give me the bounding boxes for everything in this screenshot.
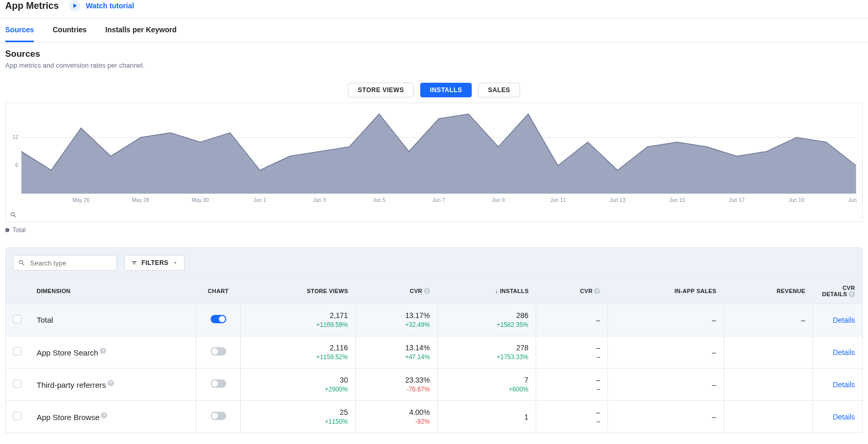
cvr2-cell: ––: [536, 369, 608, 401]
svg-text:Jun 17: Jun 17: [729, 197, 745, 203]
cvr2-cell: –: [536, 304, 608, 336]
help-icon[interactable]: ?: [100, 348, 106, 354]
installs-chart: 612May 26May 28May 30Jun 1Jun 3Jun 5Jun …: [5, 103, 863, 222]
svg-text:Jun 19: Jun 19: [788, 197, 805, 203]
store-views-cell: 25+1150%: [241, 401, 356, 433]
cvr1-cell: 23.33%-76.67%: [355, 369, 437, 401]
cvr2-cell: ––: [536, 401, 608, 433]
table-row: App Store Browse?25+1150%4.00%-92%1–––De…: [6, 401, 863, 433]
metric-installs-button[interactable]: INSTALLS: [420, 83, 472, 97]
chevron-down-icon: [173, 260, 178, 265]
help-icon[interactable]: ?: [849, 291, 855, 297]
help-icon[interactable]: ?: [594, 288, 600, 294]
col-revenue[interactable]: REVENUE: [723, 278, 812, 304]
help-icon[interactable]: ?: [101, 412, 107, 418]
svg-text:Jun 3: Jun 3: [313, 197, 326, 203]
svg-text:Jun 21: Jun 21: [848, 197, 858, 203]
help-icon[interactable]: ?: [424, 288, 430, 294]
table-row: App Store Search?2,116+1159.52%13.14%+47…: [6, 336, 863, 369]
row-checkbox[interactable]: [13, 412, 21, 420]
col-cvr-details[interactable]: CVR DETAILS?: [813, 278, 863, 304]
svg-text:Jun 1: Jun 1: [253, 197, 266, 203]
svg-text:May 30: May 30: [192, 197, 209, 203]
store-views-cell: 2,171+1169.59%: [241, 304, 356, 336]
row-checkbox[interactable]: [13, 347, 21, 356]
legend-total-label: Total: [12, 226, 25, 234]
table-toolbar: FILTERS: [5, 247, 863, 278]
col-chart[interactable]: CHART: [196, 278, 241, 304]
col-dimension[interactable]: DIMENSION: [30, 278, 196, 304]
details-link[interactable]: Details: [833, 380, 855, 389]
in-app-sales-cell: –: [607, 401, 723, 433]
installs-cell: 1: [437, 401, 536, 433]
svg-text:May 26: May 26: [72, 197, 89, 203]
in-app-sales-cell: –: [607, 336, 723, 369]
svg-text:Jun 15: Jun 15: [669, 197, 685, 203]
revenue-cell: [723, 336, 812, 369]
zoom-icon[interactable]: [10, 211, 17, 219]
svg-text:Jun 13: Jun 13: [610, 197, 626, 203]
cvr1-cell: 4.00%-92%: [355, 401, 437, 433]
chart-toggle[interactable]: [211, 379, 226, 388]
filter-icon: [131, 260, 137, 266]
installs-cell: 278+1753.33%: [437, 336, 536, 369]
search-input[interactable]: [13, 255, 117, 271]
chart-toggle[interactable]: [211, 315, 226, 323]
details-link[interactable]: Details: [833, 413, 855, 421]
dimension-cell: App Store Browse?: [30, 401, 196, 433]
svg-text:6: 6: [16, 162, 19, 168]
chart-cell: [196, 369, 241, 401]
page-title: App Metrics: [5, 1, 59, 11]
details-link[interactable]: Details: [833, 348, 855, 357]
cvr1-cell: 13.14%+47.14%: [355, 336, 437, 369]
checkbox-cell: [6, 304, 30, 336]
svg-text:Jun 11: Jun 11: [550, 197, 566, 203]
chart-cell: [196, 401, 241, 433]
help-icon[interactable]: ?: [108, 380, 114, 386]
svg-text:Jun 5: Jun 5: [373, 197, 386, 203]
chart-toggle[interactable]: [211, 412, 226, 420]
svg-text:12: 12: [12, 134, 19, 140]
sort-desc-icon: ↓: [495, 288, 498, 294]
details-cell: Details: [813, 401, 863, 433]
revenue-cell: –: [723, 304, 812, 336]
metric-sales-button[interactable]: SALES: [478, 83, 520, 97]
metrics-table: DIMENSION CHART STORE VIEWS CVR? ↓INSTAL…: [5, 278, 863, 433]
cvr1-cell: 13.17%+32.49%: [355, 304, 437, 336]
tab-sources[interactable]: Sources: [5, 18, 34, 42]
col-cvr1[interactable]: CVR?: [355, 278, 437, 304]
details-link[interactable]: Details: [833, 316, 855, 324]
chart-toggle[interactable]: [211, 347, 226, 356]
row-checkbox[interactable]: [13, 379, 21, 388]
store-views-cell: 30+2900%: [241, 369, 356, 401]
tutorial-label: Watch tutorial: [86, 2, 134, 10]
tab-countries[interactable]: Countries: [53, 18, 86, 42]
col-in-app-sales[interactable]: IN-APP SALES: [607, 278, 723, 304]
col-installs[interactable]: ↓INSTALLS: [437, 278, 536, 304]
in-app-sales-cell: –: [607, 304, 723, 336]
legend-dot-icon: [5, 228, 9, 232]
metric-store-views-button[interactable]: STORE VIEWS: [348, 83, 414, 97]
revenue-cell: [723, 369, 812, 401]
col-store-views[interactable]: STORE VIEWS: [241, 278, 356, 304]
chart-legend: Total: [5, 226, 863, 234]
row-checkbox[interactable]: [13, 315, 21, 323]
dimension-cell: App Store Search?: [30, 336, 196, 369]
checkbox-cell: [6, 369, 30, 401]
table-row: Total2,171+1169.59%13.17%+32.49%286+1582…: [6, 304, 863, 336]
section-title: Sources: [5, 49, 863, 59]
checkbox-cell: [6, 401, 30, 433]
tab-installs-per-keyword[interactable]: Installs per Keyword: [106, 18, 177, 42]
watch-tutorial-link[interactable]: Watch tutorial: [69, 0, 134, 11]
chart-cell: [196, 336, 241, 369]
store-views-cell: 2,116+1159.52%: [241, 336, 356, 369]
revenue-cell: [723, 401, 812, 433]
filters-label: FILTERS: [141, 259, 169, 267]
in-app-sales-cell: –: [607, 369, 723, 401]
filters-button[interactable]: FILTERS: [124, 255, 185, 271]
col-cvr2[interactable]: CVR?: [536, 278, 608, 304]
svg-text:Jun 7: Jun 7: [432, 197, 445, 203]
details-cell: Details: [813, 369, 863, 401]
dimension-cell: Total: [30, 304, 196, 336]
metric-toggle: STORE VIEWSINSTALLSSALES: [0, 83, 868, 97]
